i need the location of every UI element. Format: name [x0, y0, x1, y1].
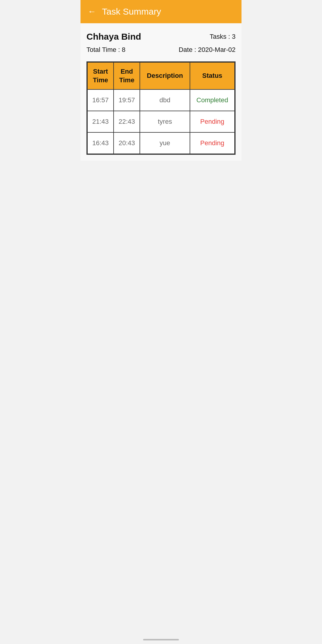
cell-end-time: 19:57: [114, 89, 140, 111]
cell-start-time: 21:43: [87, 111, 114, 132]
cell-status: Pending: [190, 111, 235, 132]
cell-description: tyres: [140, 111, 190, 132]
total-time: Total Time : 8: [86, 46, 126, 54]
col-header-end-time: EndTime: [114, 62, 140, 89]
col-header-description: Description: [140, 62, 190, 89]
col-header-status: Status: [190, 62, 235, 89]
cell-start-time: 16:57: [87, 89, 114, 111]
cell-end-time: 20:43: [114, 132, 140, 154]
cell-start-time: 16:43: [87, 132, 114, 154]
header: ← Task Summary: [80, 0, 242, 23]
table-header-row: StartTime EndTime Description Status: [87, 62, 235, 89]
cell-status: Completed: [190, 89, 235, 111]
table-row: 16:5719:57dbdCompleted: [87, 89, 235, 111]
col-header-start-time: StartTime: [87, 62, 114, 89]
cell-end-time: 22:43: [114, 111, 140, 132]
table-row: 16:4320:43yuePending: [87, 132, 235, 154]
task-table: StartTime EndTime Description Status 16:…: [86, 61, 236, 155]
table-row: 21:4322:43tyresPending: [87, 111, 235, 132]
page-title: Task Summary: [102, 7, 161, 17]
user-name: Chhaya Bind: [86, 32, 141, 42]
cell-status: Pending: [190, 132, 235, 154]
tasks-count: Tasks : 3: [210, 33, 236, 41]
cell-description: yue: [140, 132, 190, 154]
date: Date : 2020-Mar-02: [179, 46, 236, 54]
cell-description: dbd: [140, 89, 190, 111]
back-icon[interactable]: ←: [88, 7, 96, 16]
